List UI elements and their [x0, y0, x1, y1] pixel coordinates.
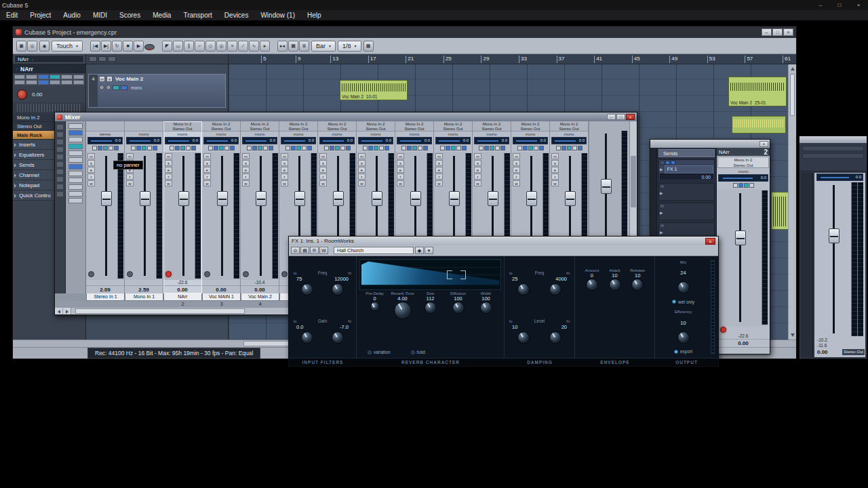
transport-button[interactable]: ■ — [123, 41, 133, 52]
fader-cap[interactable] — [217, 191, 228, 206]
common-panel-button[interactable] — [68, 191, 83, 197]
common-panel-button[interactable] — [68, 144, 83, 149]
app-window-control-button[interactable]: □ — [830, 0, 849, 10]
toggle-button[interactable]: variation — [368, 350, 391, 354]
inspector-track-header[interactable]: ▾ NArr — [13, 64, 85, 73]
channel-button[interactable] — [335, 146, 340, 150]
wet-only-toggle[interactable]: wet only — [672, 300, 694, 304]
channel-button[interactable] — [539, 146, 544, 150]
channel-button[interactable] — [490, 146, 494, 150]
pan-slider[interactable]: 0.0 — [165, 137, 200, 144]
channel-button[interactable] — [230, 146, 235, 150]
channel-button[interactable] — [296, 146, 301, 150]
color-button[interactable] — [73, 80, 84, 85]
mute-button[interactable]: m — [397, 153, 404, 159]
record-arm-button[interactable] — [720, 327, 726, 333]
scroll-left-icon[interactable] — [55, 308, 63, 314]
volume-fader[interactable] — [719, 190, 762, 325]
fader-cap[interactable] — [333, 191, 344, 206]
output-window-titlebar[interactable] — [800, 136, 867, 143]
lane-button[interactable] — [38, 80, 49, 85]
plugin-toolbar-button[interactable]: ⊙ — [291, 247, 300, 254]
read-button[interactable]: r — [319, 174, 327, 180]
channel-button[interactable] — [269, 146, 273, 150]
edit-button[interactable]: e — [87, 167, 95, 173]
write-button[interactable] — [50, 75, 60, 79]
tool-button[interactable]: ∿ — [249, 41, 259, 52]
solo-button[interactable]: s — [165, 160, 172, 166]
write-button[interactable] — [121, 85, 127, 90]
channel-button[interactable] — [379, 146, 384, 150]
channel-button[interactable] — [224, 146, 229, 150]
channel-name-tab[interactable]: Mono In 1 — [125, 293, 163, 301]
volume-fader[interactable] — [250, 153, 272, 279]
channel-routing[interactable]: Mono In 2 Stereo Out — [357, 121, 395, 131]
write-button[interactable]: w — [474, 180, 481, 186]
solo-button[interactable]: s — [281, 160, 288, 166]
channel-button[interactable] — [346, 146, 351, 150]
send-power-button[interactable] — [660, 161, 665, 165]
mixer-titlebar[interactable]: Mixer –□× — [55, 113, 637, 121]
fader-cap[interactable] — [372, 191, 382, 206]
hi-knob[interactable] — [549, 331, 561, 344]
rail-button[interactable] — [57, 169, 63, 174]
menu-item[interactable]: Devices — [218, 10, 255, 21]
audio-clip[interactable] — [732, 116, 786, 134]
channel-button[interactable] — [291, 146, 296, 150]
read-button[interactable]: r — [551, 174, 559, 180]
transport-button[interactable]: ▶ — [134, 41, 144, 52]
channel-button[interactable] — [738, 183, 743, 188]
channel-button[interactable] — [258, 146, 262, 150]
read-button[interactable]: r — [87, 174, 95, 180]
record-arm-icon[interactable] — [99, 85, 104, 90]
snap-button[interactable]: ▦ — [288, 41, 298, 52]
lo-knob[interactable] — [517, 283, 530, 296]
lo-knob[interactable] — [517, 331, 530, 344]
rail-button[interactable] — [57, 162, 63, 167]
knob[interactable] — [425, 302, 437, 314]
record-arm-button[interactable] — [88, 271, 94, 277]
window-control-button[interactable]: □ — [772, 28, 783, 36]
toolbar-button[interactable]: ◎ — [27, 41, 37, 52]
channel-button[interactable] — [528, 146, 533, 150]
plugin-toolbar-button[interactable]: R — [310, 247, 319, 254]
mute-button[interactable]: m — [242, 153, 250, 159]
volume-fader[interactable] — [96, 153, 117, 279]
write-button[interactable]: w — [397, 180, 404, 186]
plugin-toolbar-button[interactable]: ▤ — [300, 247, 309, 254]
quantize-dropdown[interactable]: 1/8 ▾ — [338, 41, 361, 52]
read-button[interactable] — [113, 85, 119, 90]
automation-mode-dropdown[interactable]: Touch ▾ — [52, 41, 83, 52]
channel-button[interactable] — [572, 146, 577, 150]
fader-cap[interactable] — [178, 191, 189, 206]
mute-button[interactable]: m — [87, 153, 95, 159]
common-panel-button[interactable] — [68, 178, 83, 183]
channel-name-tab[interactable]: Stereo Out — [842, 349, 865, 355]
channel-name-tab[interactable]: Voc Main 2 — [241, 293, 279, 301]
pan-slider[interactable]: 0.0 — [513, 137, 548, 144]
channel-routing[interactable]: Mono In 2 Stereo Out — [241, 121, 279, 131]
read-button[interactable]: r — [126, 174, 134, 180]
read-button[interactable]: r — [165, 174, 172, 180]
solo-button[interactable]: s — [474, 160, 481, 166]
efficiency-knob[interactable] — [677, 331, 690, 344]
scrollbar-thumb[interactable] — [75, 308, 245, 314]
record-arm-button[interactable] — [165, 271, 172, 277]
rail-button[interactable] — [57, 147, 63, 152]
mute-button[interactable]: m — [551, 153, 559, 159]
send-destination[interactable]: FX 1 — [665, 165, 713, 174]
write-button[interactable]: w — [203, 180, 211, 186]
channel-button[interactable] — [363, 146, 368, 150]
menu-item[interactable]: Project — [24, 10, 57, 21]
channel-routing[interactable]: Mono In 2 Stereo Out — [202, 121, 240, 131]
common-panel-button[interactable] — [68, 164, 83, 169]
plugin-titlebar[interactable]: FX 1: Ins. 1 - RoomWorks × — [289, 237, 718, 245]
record-arm-button[interactable] — [243, 271, 249, 277]
mute-button[interactable]: m — [435, 153, 443, 159]
record-arm-button[interactable] — [281, 271, 288, 277]
read-button[interactable] — [38, 75, 49, 79]
send-power-button[interactable] — [660, 204, 665, 208]
mute-button[interactable]: m — [358, 153, 366, 159]
track-solo-button[interactable]: s — [106, 76, 113, 82]
tool-button[interactable]: ∕ — [238, 41, 248, 52]
